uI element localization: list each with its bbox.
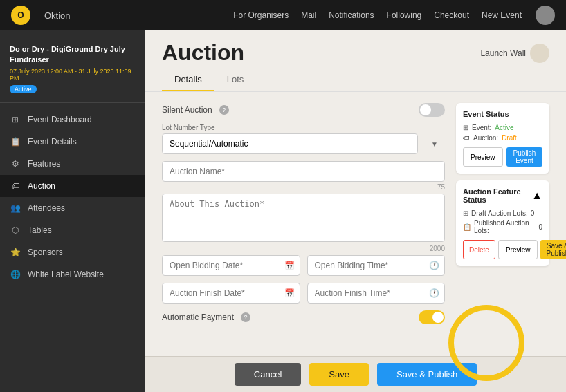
tables-icon: ⬡ (10, 225, 21, 236)
launch-wall-label: Launch Wall (480, 48, 526, 58)
event-value: Active (495, 124, 513, 131)
sidebar-item-auction[interactable]: 🏷 Auction (0, 175, 145, 197)
sidebar-label-event-details: Event Details (28, 137, 77, 147)
open-bidding-time-clock-icon[interactable]: 🕐 (429, 261, 439, 270)
select-chevron-down-icon: ▼ (431, 140, 438, 148)
sidebar-item-sponsors[interactable]: ⭐ Sponsors (0, 241, 145, 263)
tabs: Details Lots (145, 68, 566, 92)
automatic-payment-toggle[interactable] (419, 310, 445, 324)
open-bidding-date-calendar-icon[interactable]: 📅 (284, 261, 295, 270)
silent-auction-toggle-knob (420, 104, 431, 115)
automatic-payment-label: Automatic Payment (162, 312, 234, 322)
auction-label: Auction: (473, 134, 498, 142)
silent-auction-toggle[interactable] (419, 103, 445, 117)
auction-name-row: 75 (162, 161, 445, 191)
event-icon: ⊞ (463, 124, 468, 131)
sidebar-item-features[interactable]: ⚙ Features (0, 153, 145, 175)
auction-finish-date-wrap: 📅 (162, 283, 300, 304)
about-auction-row: 2000 (162, 194, 445, 252)
feature-preview-button[interactable]: Preview (498, 240, 538, 259)
sponsors-icon: ⭐ (10, 247, 21, 258)
sidebar-label-sponsors: Sponsors (28, 248, 63, 257)
auction-name-input[interactable] (162, 161, 445, 182)
sidebar-label-tables: Tables (28, 225, 52, 235)
auction-finish-time-input[interactable] (307, 283, 446, 304)
sidebar-event-date: 07 July 2023 12:00 AM - 31 July 2023 11:… (10, 68, 136, 82)
automatic-payment-row: Automatic Payment ? (162, 310, 445, 324)
tab-lots[interactable]: Lots (214, 68, 257, 91)
feature-delete-button[interactable]: Delete (463, 240, 495, 259)
sidebar-event-title: Do or Dry - DigiGround Dry July Fundrais… (10, 44, 136, 66)
auction-name-char-count: 75 (162, 183, 445, 191)
about-auction-char-count: 2000 (162, 245, 445, 252)
sidebar-label-auction: Auction (28, 181, 55, 191)
draft-lots-label: Draft Auction Lots: (471, 209, 528, 217)
sidebar-item-white-label-website[interactable]: 🌐 White Label Website (0, 263, 145, 286)
cancel-button[interactable]: Cancel (235, 363, 301, 386)
sidebar-label-features: Features (28, 159, 60, 169)
draft-lots-icon: ⊞ (463, 209, 468, 217)
sidebar-item-event-dashboard[interactable]: ⊞ Event Dashboard (0, 109, 145, 131)
sidebar-item-tables[interactable]: ⬡ Tables (0, 219, 145, 241)
lot-number-type-select-wrapper: Sequential/Automatic Manual ▼ (162, 133, 445, 154)
auction-feature-status-card: Auction Feature Status ▲ ⊞ Draft Auction… (456, 180, 549, 266)
silent-auction-label: Silent Auction (162, 105, 212, 115)
sidebar-nav: ⊞ Event Dashboard 📋 Event Details ⚙ Feat… (0, 109, 145, 286)
sidebar-label-event-dashboard: Event Dashboard (28, 115, 92, 124)
published-lots-label: Published Auction Lots: (474, 219, 536, 234)
lot-number-type-select[interactable]: Sequential/Automatic Manual (162, 133, 418, 154)
nav-new-event[interactable]: New Event (482, 10, 522, 20)
sidebar-item-event-details[interactable]: 📋 Event Details (0, 131, 145, 153)
nav-following[interactable]: Following (387, 10, 422, 20)
event-dashboard-icon: ⊞ (10, 114, 21, 125)
auction-icon: 🏷 (10, 180, 21, 192)
auction-finish-time-wrap: 🕐 (307, 283, 446, 304)
save-publish-button[interactable]: Save & Publish (377, 363, 477, 386)
launch-wall-button[interactable]: Launch Wall (480, 44, 549, 63)
published-lots-value: 0 (538, 223, 542, 231)
content-header: Auction Launch Wall (145, 30, 566, 66)
about-auction-input[interactable] (162, 194, 445, 242)
page-title: Auction (162, 40, 244, 66)
sidebar-item-attendees[interactable]: 👥 Attendees (0, 197, 145, 219)
nav-for-organisers[interactable]: For Organisers (233, 10, 289, 20)
top-nav-links: For Organisers Mail Notifications Follow… (233, 10, 522, 20)
event-status-preview-button[interactable]: Preview (463, 147, 503, 167)
automatic-payment-help-icon[interactable]: ? (241, 312, 250, 322)
open-bidding-time-input[interactable] (307, 255, 446, 276)
main-layout: Do or Dry - DigiGround Dry July Fundrais… (0, 30, 566, 392)
tab-details[interactable]: Details (162, 68, 214, 91)
automatic-payment-toggle-knob (432, 312, 444, 323)
auction-status-icon: 🏷 (463, 134, 470, 142)
form-content: Silent Auction ? Lot Number Type Sequent… (145, 92, 566, 356)
lot-number-type-row: Lot Number Type Sequential/Automatic Man… (162, 124, 445, 154)
attendees-icon: 👥 (10, 203, 21, 214)
nav-checkout[interactable]: Checkout (434, 10, 469, 20)
silent-auction-help-icon[interactable]: ? (219, 105, 229, 115)
sidebar-event-info: Do or Dry - DigiGround Dry July Fundrais… (0, 39, 145, 103)
save-button[interactable]: Save (309, 363, 369, 386)
event-status-publish-button[interactable]: Publish Event (506, 147, 543, 167)
finish-date-row: 📅 🕐 (162, 283, 445, 304)
auction-finish-time-clock-icon[interactable]: 🕐 (429, 288, 439, 298)
open-bidding-date-input[interactable] (162, 255, 300, 276)
app-brand: Oktion (44, 10, 71, 21)
event-label: Event: (472, 124, 491, 131)
feature-save-publish-button[interactable]: Save & Publish (540, 240, 566, 259)
app-logo: O (11, 6, 30, 25)
launch-wall-icon (530, 44, 549, 63)
auction-finish-date-calendar-icon[interactable]: 📅 (284, 288, 295, 298)
sidebar-label-attendees: Attendees (28, 203, 65, 213)
auction-finish-date-input[interactable] (162, 283, 300, 304)
feature-card-collapse-icon[interactable]: ▲ (531, 189, 542, 202)
open-bidding-date-wrap: 📅 (162, 255, 300, 276)
top-nav: O Oktion For Organisers Mail Notificatio… (0, 0, 566, 30)
nav-notifications[interactable]: Notifications (329, 10, 374, 20)
nav-mail[interactable]: Mail (301, 10, 316, 20)
white-label-website-icon: 🌐 (10, 269, 21, 280)
published-lots-item: 📋 Published Auction Lots: 0 (463, 219, 542, 234)
user-avatar[interactable] (536, 6, 555, 25)
auction-feature-title: Auction Feature Status (463, 187, 531, 204)
form-sidebar: Event Status ⊞ Event: Active 🏷 Auction: … (456, 103, 549, 356)
draft-lots-item: ⊞ Draft Auction Lots: 0 (463, 209, 542, 217)
